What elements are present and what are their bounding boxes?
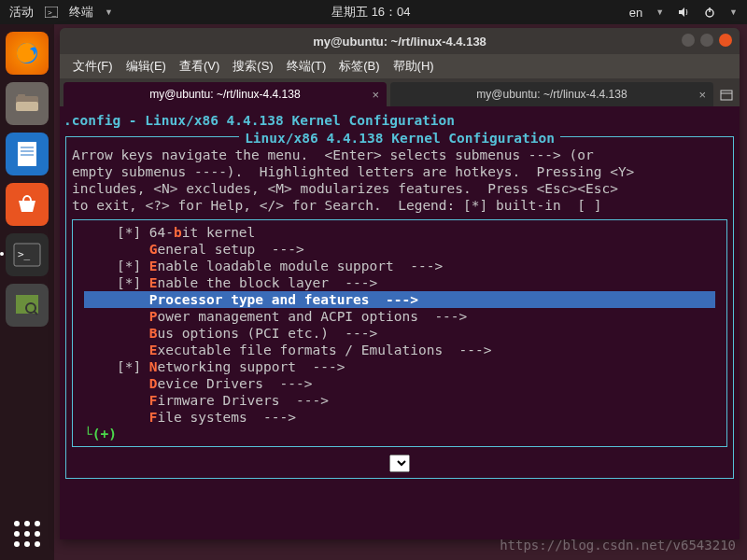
watermark-text: https://blog.csdn.net/v6543210 <box>500 538 736 553</box>
menu-search[interactable]: 搜索(S) <box>227 56 278 77</box>
tab-2[interactable]: my@ubuntu: ~/rt/linux-4.4.138 × <box>390 82 713 106</box>
tab-label: my@ubuntu: ~/rt/linux-4.4.138 <box>476 88 627 101</box>
svg-rect-7 <box>16 102 38 111</box>
input-lang-arrow-icon: ▼ <box>655 7 664 17</box>
volume-icon[interactable] <box>677 6 690 19</box>
dock-firefox[interactable] <box>6 32 49 75</box>
menu-item[interactable]: Power management and ACPI options ---> <box>84 308 715 325</box>
tabs-bar: my@ubuntu: ~/rt/linux-4.4.138 × my@ubunt… <box>60 78 740 106</box>
tab-close-icon[interactable]: × <box>372 88 379 102</box>
menu-item[interactable]: [*] Enable loadable module support ---> <box>84 258 715 274</box>
menuconfig-outer-box: Linux/x86 4.4.138 Kernel Configuration A… <box>65 136 734 479</box>
menu-edit[interactable]: 编辑(E) <box>120 56 172 77</box>
dock-image-viewer[interactable] <box>6 284 49 327</box>
clock[interactable]: 星期五 16：04 <box>113 4 629 21</box>
terminal-window: my@ubuntu: ~/rt/linux-4.4.138 文件(F) 编辑(E… <box>60 28 740 539</box>
new-tab-button[interactable] <box>717 85 736 104</box>
terminal-menubar: 文件(F) 编辑(E) 查看(V) 搜索(S) 终端(T) 标签(B) 帮助(H… <box>60 54 740 78</box>
menu-item[interactable]: [*] 64-bit kernel <box>84 224 715 241</box>
dock-writer[interactable] <box>6 133 49 175</box>
dock-software[interactable] <box>6 183 49 226</box>
window-close-button[interactable] <box>719 34 732 47</box>
system-menu-arrow-icon[interactable]: ▼ <box>729 7 738 17</box>
tab-label: my@ubuntu: ~/rt/linux-4.4.138 <box>149 88 300 101</box>
menuconfig-heading: Linux/x86 4.4.138 Kernel Configuration <box>72 130 727 147</box>
svg-rect-8 <box>18 142 36 166</box>
menu-item[interactable]: [*] Networking support ---> <box>84 358 715 375</box>
menu-item[interactable]: File systems ---> <box>84 409 715 426</box>
terminal-indicator-icon: >_ <box>45 6 58 19</box>
dock-terminal[interactable]: >_ <box>6 233 49 276</box>
menu-file[interactable]: 文件(F) <box>67 56 119 77</box>
power-icon[interactable] <box>703 6 716 19</box>
window-titlebar[interactable]: my@ubuntu: ~/rt/linux-4.4.138 <box>60 28 740 54</box>
menu-item[interactable]: Executable file formats / Emulations ---… <box>84 342 715 358</box>
dock: >_ <box>0 24 54 560</box>
input-lang-indicator[interactable]: en <box>629 6 642 20</box>
menuconfig-list: [*] 64-bit kernel General setup ---> [*]… <box>72 219 727 447</box>
tab-close-icon[interactable]: × <box>698 88 706 102</box>
config-title: .config - Linux/x86 4.4.138 Kernel Confi… <box>63 112 736 129</box>
app-menu-arrow-icon[interactable]: ▼ <box>105 7 113 17</box>
menu-item[interactable]: [*] Enable the block layer ---> <box>84 274 715 291</box>
menu-terminal[interactable]: 终端(T) <box>281 56 332 77</box>
gnome-topbar: 活动 >_ 终端 ▼ 星期五 16：04 en ▼ ▼ <box>0 0 747 24</box>
svg-rect-6 <box>18 94 25 98</box>
activities-button[interactable]: 活动 <box>9 4 34 21</box>
menu-item[interactable]: Device Drivers ---> <box>84 375 715 392</box>
menu-item[interactable]: Firmware Drivers ---> <box>84 392 715 409</box>
svg-text:>_: >_ <box>48 8 57 17</box>
show-apps-button[interactable] <box>14 521 40 547</box>
tab-1[interactable]: my@ubuntu: ~/rt/linux-4.4.138 × <box>63 82 387 106</box>
dock-files[interactable] <box>6 82 49 125</box>
terminal-content[interactable]: .config - Linux/x86 4.4.138 Kernel Confi… <box>60 106 740 539</box>
app-name-label: 终端 <box>69 4 93 21</box>
more-indicator-icon: └(+) <box>84 426 715 442</box>
menu-help[interactable]: 帮助(H) <box>388 56 440 77</box>
svg-text:>_: >_ <box>18 248 31 260</box>
menu-item[interactable]: General setup ---> <box>84 241 715 258</box>
menuconfig-buttons: < Exit > < Help > < Save > < Load > <box>72 455 727 472</box>
menu-view[interactable]: 查看(V) <box>174 56 225 77</box>
window-minimize-button[interactable] <box>682 34 695 47</box>
window-title: my@ubuntu: ~/rt/linux-4.4.138 <box>313 35 486 49</box>
svg-rect-17 <box>721 91 732 100</box>
window-maximize-button[interactable] <box>700 34 713 47</box>
menuconfig-help-text: Arrow keys navigate the menu. <Enter> se… <box>72 147 727 214</box>
menuconfig-button[interactable]: < Exit > < Help > < Save > < Load > <box>389 455 410 470</box>
menu-item[interactable]: Processor type and features ---> <box>84 291 715 308</box>
menu-tabs[interactable]: 标签(B) <box>333 56 385 77</box>
menu-item[interactable]: Bus options (PCI etc.) ---> <box>84 325 715 342</box>
